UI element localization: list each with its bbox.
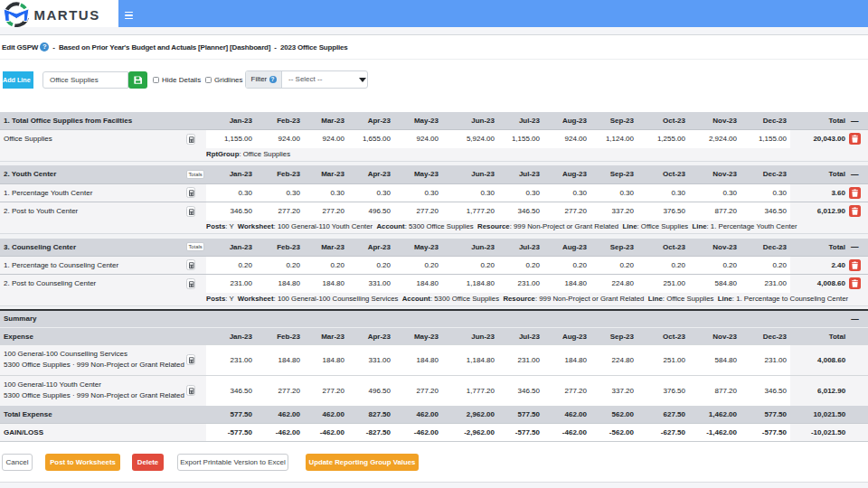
svg-text:MARTUS: MARTUS [34, 7, 100, 23]
